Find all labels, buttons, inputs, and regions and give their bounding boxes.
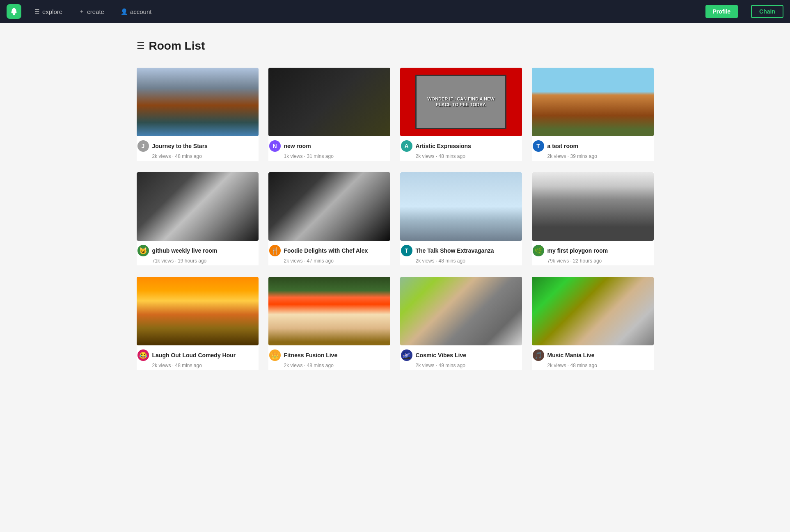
nav-account[interactable]: 👤 account [117,6,155,18]
room-name-row: JJourney to the Stars [137,140,258,152]
room-avatar: 🎵 [533,349,544,361]
room-meta: 2k views · 49 mins ago [401,363,521,368]
nav-create-label: create [87,8,104,15]
nav-account-label: account [130,8,152,15]
room-thumbnail [532,277,654,345]
room-info: 😂Laugh Out Loud Comedy Hour2k views · 48… [137,345,259,370]
room-thumbnail [532,68,654,136]
room-info: AArtistic Expressions2k views · 48 mins … [400,136,522,161]
room-thumbnail [532,172,654,241]
room-avatar: 🐱 [137,245,149,256]
room-info: Ta test room2k views · 39 mins ago [532,136,654,161]
room-meta: 2k views · 48 mins ago [137,153,258,159]
room-name-label: Artistic Expressions [416,143,471,149]
room-info: 🎵Music Mania Live2k views · 48 mins ago [532,345,654,370]
room-meta: 2k views · 47 mins ago [269,258,389,264]
room-thumbnail: WONDER IF I CAN FIND A NEW PLACE TO PEE … [400,68,522,136]
room-avatar: 🍴 [269,245,281,256]
svg-point-3 [13,13,15,15]
create-icon: ＋ [79,8,85,15]
chain-button[interactable]: Chain [751,5,783,18]
room-thumbnail [268,172,390,241]
room-avatar: 😂 [137,349,149,361]
room-avatar: 🌌 [401,349,412,361]
room-thumbnail [268,277,390,345]
room-name-row: 👑Fitness Fusion Live [269,349,389,361]
room-info: TThe Talk Show Extravaganza2k views · 48… [400,241,522,265]
room-card[interactable]: 👑Fitness Fusion Live2k views · 48 mins a… [268,277,390,370]
room-name-label: Foodie Delights with Chef Alex [284,247,368,254]
rooms-grid: JJourney to the Stars2k views · 48 mins … [137,68,654,370]
room-thumbnail [400,172,522,241]
svg-point-2 [14,11,16,14]
main-content: ☰ Room List JJourney to the Stars2k view… [128,23,662,386]
room-meta: 2k views · 48 mins ago [533,363,653,368]
room-name-row: Nnew room [269,140,389,152]
room-card[interactable]: 🌌Cosmic Vibes Live2k views · 49 mins ago [400,277,522,370]
navbar: ☰ explore ＋ create 👤 account Profile Cha… [0,0,790,23]
room-name-label: The Talk Show Extravaganza [416,247,494,254]
room-card[interactable]: Ta test room2k views · 39 mins ago [532,68,654,161]
page-header: ☰ Room List [137,39,654,53]
account-icon: 👤 [121,8,128,15]
room-name-row: Ta test room [533,140,653,152]
room-meta: 2k views · 48 mins ago [401,153,521,159]
room-card[interactable]: Nnew room1k views · 31 mins ago [268,68,390,161]
room-meta: 2k views · 39 mins ago [533,153,653,159]
room-card[interactable]: 🎵Music Mania Live2k views · 48 mins ago [532,277,654,370]
room-avatar: N [269,140,281,152]
room-avatar: T [533,140,544,152]
room-thumbnail [137,68,259,136]
room-name-row: 🌌Cosmic Vibes Live [401,349,521,361]
room-name-label: Journey to the Stars [152,143,208,149]
room-name-label: github weekly live room [152,247,218,254]
room-name-label: Fitness Fusion Live [284,352,338,358]
room-name-label: Laugh Out Loud Comedy Hour [152,352,236,358]
room-avatar: T [401,245,412,256]
room-name-label: my first ploygon room [547,247,608,254]
nav-explore[interactable]: ☰ explore [31,6,66,18]
room-thumbnail [400,277,522,345]
nav-create[interactable]: ＋ create [76,5,108,18]
room-name-row: TThe Talk Show Extravaganza [401,245,521,256]
room-card[interactable]: 😂Laugh Out Loud Comedy Hour2k views · 48… [137,277,259,370]
room-meta: 2k views · 48 mins ago [269,363,389,368]
room-card[interactable]: TThe Talk Show Extravaganza2k views · 48… [400,172,522,265]
room-name-label: Cosmic Vibes Live [416,352,466,358]
room-info: 🌿my first ploygon room79k views · 22 hou… [532,241,654,265]
room-card[interactable]: 🍴Foodie Delights with Chef Alex2k views … [268,172,390,265]
svg-point-1 [11,11,14,14]
room-info: 🐱github weekly live room71k views · 19 h… [137,241,259,265]
room-name-row: 😂Laugh Out Loud Comedy Hour [137,349,258,361]
room-meta: 1k views · 31 mins ago [269,153,389,159]
nav-explore-label: explore [42,8,62,15]
room-avatar: 🌿 [533,245,544,256]
profile-button[interactable]: Profile [705,5,738,18]
room-thumbnail [137,172,259,241]
room-info: JJourney to the Stars2k views · 48 mins … [137,136,259,161]
room-avatar: 👑 [269,349,281,361]
room-card[interactable]: WONDER IF I CAN FIND A NEW PLACE TO PEE … [400,68,522,161]
room-name-label: Music Mania Live [547,352,595,358]
room-name-row: 🍴Foodie Delights with Chef Alex [269,245,389,256]
room-name-row: AArtistic Expressions [401,140,521,152]
room-thumbnail [137,277,259,345]
room-avatar: A [401,140,412,152]
meme-text: WONDER IF I CAN FIND A NEW PLACE TO PEE … [415,75,507,130]
list-icon: ☰ [137,41,145,51]
room-card[interactable]: 🌿my first ploygon room79k views · 22 hou… [532,172,654,265]
room-name-label: new room [284,143,311,149]
room-name-label: a test room [547,143,578,149]
room-name-row: 🐱github weekly live room [137,245,258,256]
room-info: Nnew room1k views · 31 mins ago [268,136,390,161]
room-card[interactable]: 🐱github weekly live room71k views · 19 h… [137,172,259,265]
room-card[interactable]: JJourney to the Stars2k views · 48 mins … [137,68,259,161]
app-logo[interactable] [7,4,21,19]
room-meta: 2k views · 48 mins ago [401,258,521,264]
room-meta: 2k views · 48 mins ago [137,363,258,368]
room-info: 🍴Foodie Delights with Chef Alex2k views … [268,241,390,265]
room-info: 🌌Cosmic Vibes Live2k views · 49 mins ago [400,345,522,370]
room-name-row: 🎵Music Mania Live [533,349,653,361]
room-avatar: J [137,140,149,152]
room-name-row: 🌿my first ploygon room [533,245,653,256]
